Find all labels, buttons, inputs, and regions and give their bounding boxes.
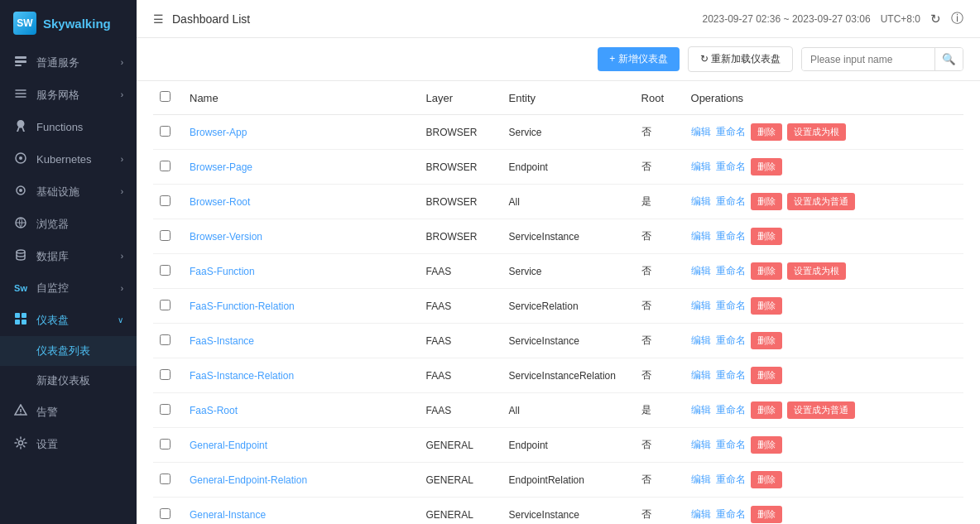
- row-name-cell: Browser-App: [183, 115, 420, 150]
- add-dashboard-button[interactable]: + 新增仪表盘: [598, 47, 679, 71]
- sidebar-item-service-mesh[interactable]: 服务网格 ›: [0, 79, 137, 111]
- row-name-link[interactable]: General-Instance: [190, 509, 266, 521]
- row-name-link[interactable]: General-Endpoint: [190, 440, 267, 451]
- rename-link[interactable]: 重命名: [716, 125, 746, 139]
- row-checkbox-cell: [153, 324, 183, 358]
- row-checkbox[interactable]: [160, 230, 171, 241]
- reload-dashboard-button[interactable]: ↻ 重新加载仪表盘: [688, 46, 793, 72]
- edit-link[interactable]: 编辑: [691, 229, 711, 243]
- rename-link[interactable]: 重命名: [716, 229, 746, 243]
- sidebar-item-infra[interactable]: 基础设施 ›: [0, 175, 137, 208]
- sidebar-item-self-monitor[interactable]: Sw 自监控 ›: [0, 272, 137, 304]
- row-name-cell: FaaS-Instance: [183, 324, 420, 358]
- header-menu-icon[interactable]: ☰: [153, 12, 164, 26]
- row-name-link[interactable]: FaaS-Function: [190, 266, 255, 277]
- sidebar-sub-item-new-dashboard[interactable]: 新建仪表板: [0, 366, 137, 396]
- row-name-link[interactable]: Browser-Root: [190, 196, 250, 208]
- edit-link[interactable]: 编辑: [691, 299, 711, 313]
- row-name-link[interactable]: FaaS-Function-Relation: [190, 300, 295, 312]
- table-row: FaaS-RootFAASAll是编辑重命名删除设置成为普通: [153, 393, 963, 428]
- set-normal-button[interactable]: 设置成为普通: [787, 401, 855, 419]
- rename-link[interactable]: 重命名: [716, 507, 746, 522]
- svg-point-6: [19, 189, 22, 192]
- edit-link[interactable]: 编辑: [691, 438, 711, 452]
- delete-button[interactable]: 删除: [751, 297, 782, 315]
- row-checkbox[interactable]: [160, 300, 171, 310]
- search-button[interactable]: 🔍: [934, 48, 963, 70]
- sidebar-item-alert[interactable]: 告警: [0, 396, 137, 428]
- set-normal-button[interactable]: 设置成为普通: [787, 193, 855, 210]
- rename-link[interactable]: 重命名: [716, 403, 746, 417]
- rename-link[interactable]: 重命名: [716, 160, 746, 174]
- edit-link[interactable]: 编辑: [691, 368, 711, 382]
- edit-link[interactable]: 编辑: [691, 473, 711, 487]
- row-checkbox[interactable]: [160, 126, 171, 137]
- delete-button[interactable]: 删除: [751, 193, 782, 210]
- search-input[interactable]: [802, 49, 934, 70]
- row-checkbox[interactable]: [160, 265, 171, 276]
- row-name-link[interactable]: Browser-App: [190, 127, 247, 138]
- row-checkbox[interactable]: [160, 439, 171, 449]
- select-all-checkbox[interactable]: [160, 91, 171, 102]
- rename-link[interactable]: 重命名: [716, 299, 746, 313]
- rename-link[interactable]: 重命名: [716, 195, 746, 209]
- delete-button[interactable]: 删除: [751, 367, 782, 384]
- sidebar-item-general-service[interactable]: 普通服务 ›: [0, 46, 137, 79]
- row-name-link[interactable]: General-Endpoint-Relation: [190, 474, 307, 486]
- row-name-link[interactable]: FaaS-Root: [190, 405, 238, 416]
- sidebar-item-kubernetes[interactable]: Kubernetes ›: [0, 143, 137, 175]
- row-checkbox[interactable]: [160, 404, 171, 415]
- database-icon: [13, 248, 28, 264]
- edit-link[interactable]: 编辑: [691, 160, 711, 174]
- row-name-link[interactable]: Browser-Page: [190, 161, 252, 173]
- edit-link[interactable]: 编辑: [691, 264, 711, 278]
- row-checkbox[interactable]: [160, 161, 171, 171]
- sidebar-sub-item-dashboard-list[interactable]: 仪表盘列表: [0, 336, 137, 366]
- row-name-link[interactable]: FaaS-Instance-Relation: [190, 370, 294, 382]
- delete-button[interactable]: 删除: [751, 506, 782, 523]
- row-checkbox[interactable]: [160, 508, 171, 519]
- delete-button[interactable]: 删除: [751, 401, 782, 419]
- refresh-icon[interactable]: ↻: [930, 12, 941, 26]
- sidebar-item-functions[interactable]: Functions: [0, 111, 137, 143]
- edit-link[interactable]: 编辑: [691, 507, 711, 522]
- rename-link[interactable]: 重命名: [716, 438, 746, 452]
- sidebar-item-settings[interactable]: 设置: [0, 428, 137, 460]
- row-checkbox[interactable]: [160, 369, 171, 380]
- delete-button[interactable]: 删除: [751, 123, 782, 141]
- row-checkbox[interactable]: [160, 334, 171, 345]
- rename-link[interactable]: 重命名: [716, 264, 746, 278]
- row-checkbox-cell: [153, 463, 183, 498]
- delete-button[interactable]: 删除: [751, 228, 782, 245]
- delete-button[interactable]: 删除: [751, 471, 782, 488]
- set-root-button[interactable]: 设置成为根: [787, 123, 846, 141]
- row-name-link[interactable]: FaaS-Instance: [190, 335, 254, 347]
- sidebar-label-self-monitor: 自监控: [36, 281, 69, 296]
- set-root-button[interactable]: 设置成为根: [787, 262, 846, 280]
- row-checkbox[interactable]: [160, 474, 171, 484]
- row-entity-cell: ServiceRelation: [502, 289, 635, 324]
- delete-button[interactable]: 删除: [751, 332, 782, 349]
- rename-link[interactable]: 重命名: [716, 334, 746, 348]
- rename-link[interactable]: 重命名: [716, 473, 746, 487]
- sidebar-item-dashboard[interactable]: 仪表盘 ∨: [0, 304, 137, 336]
- edit-link[interactable]: 编辑: [691, 403, 711, 417]
- delete-button[interactable]: 删除: [751, 436, 782, 454]
- rename-link[interactable]: 重命名: [716, 368, 746, 382]
- row-checkbox-cell: [153, 393, 183, 428]
- delete-button[interactable]: 删除: [751, 262, 782, 280]
- edit-link[interactable]: 编辑: [691, 125, 711, 139]
- sidebar-item-browser[interactable]: 浏览器: [0, 208, 137, 240]
- delete-button[interactable]: 删除: [751, 158, 782, 175]
- info-icon[interactable]: ⓘ: [951, 11, 963, 26]
- edit-link[interactable]: 编辑: [691, 334, 711, 348]
- row-checkbox[interactable]: [160, 195, 171, 206]
- sidebar-item-database[interactable]: 数据库 ›: [0, 240, 137, 272]
- svg-point-8: [17, 250, 25, 253]
- row-name-link[interactable]: Browser-Version: [190, 231, 262, 243]
- row-ops-cell: 编辑重命名删除: [685, 428, 963, 463]
- sidebar-label-alert: 告警: [36, 405, 58, 420]
- edit-link[interactable]: 编辑: [691, 195, 711, 209]
- row-layer-cell: GENERAL: [420, 463, 502, 498]
- table-row: Browser-AppBROWSERService否编辑重命名删除设置成为根: [153, 115, 963, 150]
